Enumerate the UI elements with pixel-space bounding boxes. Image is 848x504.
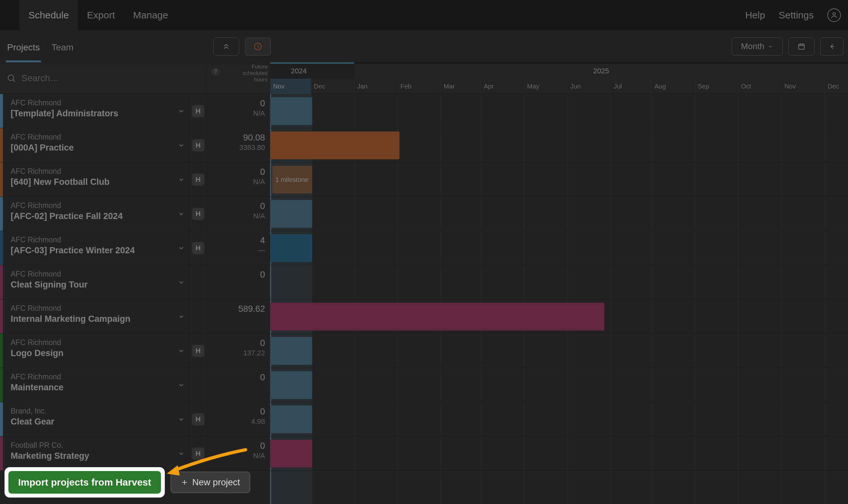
allocation-bar[interactable] [270, 303, 604, 330]
project-meta[interactable]: AFC Richmond[AFC-02] Practice Fall 2024 [3, 197, 190, 231]
month-sep-10[interactable]: Sep [695, 78, 738, 94]
year-2024[interactable]: 2024 [270, 62, 354, 78]
today-button[interactable] [789, 37, 814, 56]
project-lane[interactable] [270, 265, 848, 299]
month-jun-7[interactable]: Jun [567, 78, 611, 94]
allocation-bar[interactable] [270, 406, 312, 433]
month-mar-4[interactable]: Mar [441, 78, 481, 94]
month-nov-12[interactable]: Nov [781, 78, 825, 94]
project-row[interactable]: AFC Richmond[000A] PracticeH90.083383.80 [0, 128, 848, 162]
project-lane[interactable] [270, 436, 848, 470]
subtab-projects[interactable]: Projects [7, 42, 40, 62]
project-row[interactable]: AFC RichmondMaintenance0 [0, 368, 848, 402]
month-aug-9[interactable]: Aug [651, 78, 695, 94]
secondary-bar-right: Month [207, 37, 848, 56]
project-meta[interactable]: AFC RichmondCleat Signing Tour [3, 265, 190, 299]
expand-caret-icon[interactable] [178, 176, 185, 184]
project-row[interactable]: AFC Richmond[640] New Football ClubH0N/A… [0, 162, 848, 197]
subtab-team[interactable]: Team [51, 42, 73, 62]
timeline-grid[interactable]: AFC Richmond[Template] AdministratorsH0N… [0, 94, 848, 504]
user-avatar-icon[interactable] [827, 8, 841, 22]
allocation-bar[interactable] [270, 131, 399, 159]
project-name: [000A] Practice [11, 143, 186, 153]
project-meta[interactable]: AFC RichmondInternal Marketing Campaign [3, 300, 190, 334]
project-row[interactable]: Brand, Inc.Cleat GearH04.98 [0, 402, 848, 436]
project-lane[interactable] [270, 402, 848, 436]
project-client: AFC Richmond [11, 235, 186, 244]
month-nov-0[interactable]: Nov [270, 78, 311, 94]
tab-manage[interactable]: Manage [124, 0, 177, 30]
project-row[interactable]: AFC RichmondLogo DesignH0137.22 [0, 334, 848, 368]
svg-rect-2 [798, 44, 804, 49]
project-meta[interactable]: AFC Richmond[000A] Practice [3, 128, 190, 162]
project-lane[interactable] [270, 300, 848, 334]
project-client: AFC Richmond [11, 338, 186, 347]
project-row[interactable]: AFC RichmondCleat Signing Tour0 [0, 265, 848, 300]
project-lane[interactable] [270, 334, 848, 368]
collapse-all-button[interactable] [213, 37, 239, 56]
expand-caret-icon[interactable] [178, 416, 185, 424]
month-dec-13[interactable]: Dec [825, 78, 848, 94]
expand-caret-icon[interactable] [178, 142, 185, 150]
harvest-badge-icon: H [192, 139, 204, 151]
time-view-button[interactable] [245, 37, 271, 56]
project-lane[interactable] [270, 368, 848, 402]
month-jul-8[interactable]: Jul [611, 78, 651, 94]
allocation-bar[interactable] [270, 200, 312, 228]
harvest-badge-icon: H [192, 345, 204, 357]
month-dec-1[interactable]: Dec [311, 78, 354, 94]
allocation-bar[interactable] [270, 440, 312, 468]
zoom-month-dropdown[interactable]: Month [732, 37, 783, 56]
project-lane[interactable]: 1 milestone [270, 162, 848, 196]
month-oct-11[interactable]: Oct [738, 78, 781, 94]
month-may-6[interactable]: May [524, 78, 567, 94]
year-2025[interactable]: 2025 [354, 62, 848, 78]
help-tooltip-icon[interactable]: ? [211, 68, 220, 76]
project-meta[interactable]: AFC RichmondLogo Design [3, 334, 190, 368]
project-meta[interactable]: Brand, Inc.Cleat Gear [3, 402, 190, 436]
tab-schedule[interactable]: Schedule [19, 0, 78, 30]
project-search-input[interactable] [21, 73, 200, 83]
project-row[interactable]: AFC Richmond[AFC-02] Practice Fall 2024H… [0, 197, 848, 231]
project-meta[interactable]: Football PR Co.Marketing Strategy [3, 436, 190, 470]
harvest-badge-col [190, 300, 207, 334]
project-meta[interactable]: AFC Richmond[Template] Administrators [3, 94, 190, 128]
timeline-header: ? Future scheduled hours 2024 2025 NovDe… [207, 62, 848, 94]
project-hours-cell: 4— [207, 231, 270, 265]
project-row[interactable]: AFC RichmondInternal Marketing Campaign5… [0, 300, 848, 334]
expand-caret-icon[interactable] [178, 210, 185, 219]
project-row[interactable]: Football PR Co.Marketing StrategyH0N/A [0, 436, 848, 471]
project-lane[interactable] [270, 197, 848, 231]
project-meta[interactable]: AFC Richmond[640] New Football Club [3, 162, 190, 196]
project-row[interactable]: AFC Richmond[Template] AdministratorsH0N… [0, 94, 848, 128]
expand-caret-icon[interactable] [178, 108, 185, 116]
project-client: Football PR Co. [11, 441, 186, 450]
project-lane[interactable] [270, 231, 848, 265]
settings-link[interactable]: Settings [779, 10, 814, 21]
project-hours: 4 [207, 235, 265, 246]
expand-caret-icon[interactable] [178, 245, 185, 253]
expand-caret-icon[interactable] [178, 279, 185, 287]
project-hours-cell: 0N/A [207, 94, 270, 128]
import-projects-button[interactable]: Import projects from Harvest [8, 471, 161, 494]
month-jan-2[interactable]: Jan [354, 78, 397, 94]
allocation-bar[interactable]: 1 milestone [272, 166, 312, 194]
expand-caret-icon[interactable] [178, 347, 185, 356]
tab-export[interactable]: Export [78, 0, 124, 30]
allocation-bar[interactable] [270, 97, 312, 125]
help-link[interactable]: Help [745, 10, 765, 21]
project-meta[interactable]: AFC RichmondMaintenance [3, 368, 190, 402]
allocation-bar[interactable] [270, 337, 312, 365]
scroll-left-button[interactable] [820, 37, 844, 56]
project-meta[interactable]: AFC Richmond[AFC-03] Practice Winter 202… [3, 231, 190, 265]
allocation-bar[interactable] [270, 371, 312, 399]
project-lane[interactable] [270, 128, 848, 162]
allocation-bar[interactable] [270, 234, 312, 262]
month-feb-3[interactable]: Feb [397, 78, 441, 94]
svg-marker-4 [167, 465, 180, 475]
expand-caret-icon[interactable] [178, 313, 185, 322]
project-lane[interactable] [270, 94, 848, 128]
month-apr-5[interactable]: Apr [481, 78, 524, 94]
expand-caret-icon[interactable] [178, 381, 185, 390]
project-row[interactable]: AFC Richmond[AFC-03] Practice Winter 202… [0, 231, 848, 265]
